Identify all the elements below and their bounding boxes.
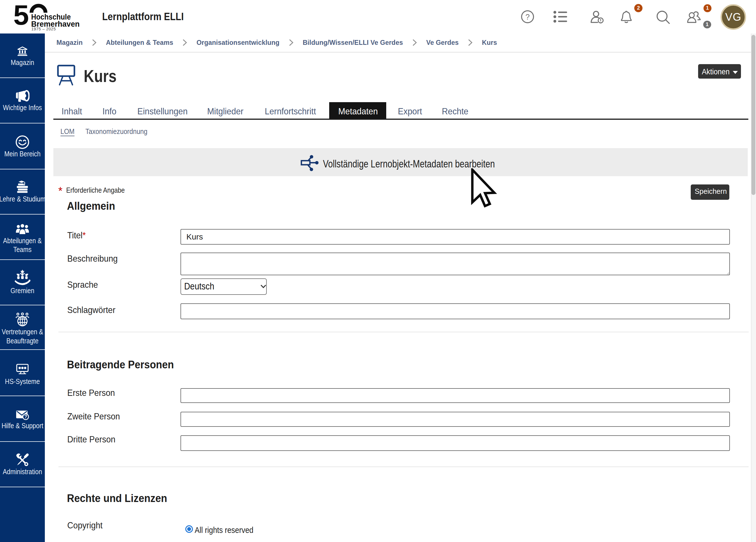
svg-text:?: ? xyxy=(525,13,530,21)
svg-text:5: 5 xyxy=(13,2,29,31)
svg-text:1975 – 2025: 1975 – 2025 xyxy=(31,27,56,31)
svg-text:?: ? xyxy=(24,414,27,420)
